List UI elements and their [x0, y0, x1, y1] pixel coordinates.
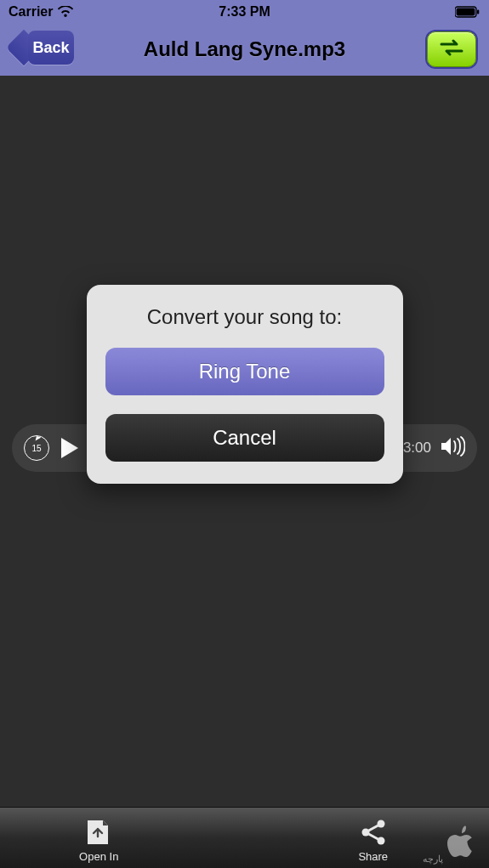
status-right [455, 6, 480, 18]
nav-bar: Back Auld Lang Syne.mp3 [0, 23, 489, 76]
svg-text:پارچه: پارچه [423, 854, 443, 865]
open-in-button[interactable]: Open In [0, 808, 198, 868]
convert-dialog: Convert your song to: Ring Tone Cancel [87, 285, 403, 484]
open-in-label: Open In [79, 850, 118, 863]
page-title: Auld Lang Syne.mp3 [144, 37, 345, 61]
wifi-icon [58, 6, 73, 18]
ringtone-button[interactable]: Ring Tone [105, 348, 384, 395]
svg-rect-1 [457, 8, 475, 15]
svg-rect-2 [477, 9, 479, 14]
share-label: Share [358, 850, 388, 863]
carrier-label: Carrier [9, 4, 53, 20]
time-remaining: -3:00 [398, 440, 431, 457]
volume-icon[interactable] [440, 436, 465, 460]
status-time: 7:33 PM [219, 4, 270, 20]
status-bar: Carrier 7:33 PM [0, 0, 489, 23]
share-icon [357, 819, 389, 848]
open-in-icon [82, 819, 115, 848]
skip-back-15-icon[interactable]: 15 [24, 435, 49, 461]
watermark: پارچه [421, 825, 480, 865]
play-icon[interactable] [61, 438, 78, 458]
battery-icon [455, 6, 480, 18]
dialog-title: Convert your song to: [105, 305, 384, 329]
back-button[interactable]: Back [13, 31, 74, 65]
status-left: Carrier [9, 4, 73, 20]
bottom-toolbar: Open In Share [0, 807, 489, 868]
skip-back-value: 15 [31, 444, 41, 453]
cancel-button[interactable]: Cancel [105, 414, 384, 462]
convert-button[interactable] [427, 31, 476, 67]
swap-icon [439, 39, 464, 60]
back-label: Back [32, 39, 69, 57]
